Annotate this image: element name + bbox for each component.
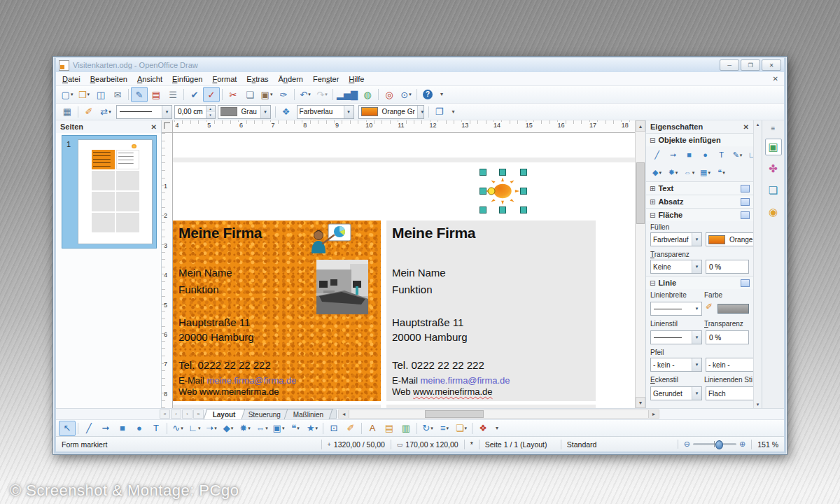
line-color-select[interactable]: Grau ▾ bbox=[218, 105, 271, 119]
stepper-arrows[interactable]: ▴▾ bbox=[206, 106, 215, 118]
insert-ellipse-icon[interactable]: ● bbox=[698, 148, 713, 162]
arrow-start-select[interactable]: - kein - ▾ bbox=[650, 358, 702, 372]
scroll-down-icon[interactable]: ▾ bbox=[754, 400, 762, 408]
business-card-gray[interactable]: Meine Firma Mein Name Funktion Hauptstra… bbox=[386, 220, 596, 401]
insert-flowchart-icon[interactable]: ▦▾ bbox=[698, 166, 713, 179]
lines-arrows-icon[interactable]: ➝▾ bbox=[203, 421, 220, 436]
styles-deck-icon[interactable]: ❏ bbox=[765, 182, 782, 199]
zoom-out-icon[interactable]: ⊖ bbox=[684, 440, 690, 449]
titlebar[interactable]: Visitenkarten.odg - OpenOffice Draw ─❐✕ bbox=[56, 58, 784, 72]
line-style-select[interactable]: ▾ bbox=[116, 105, 172, 119]
area-fill-gradient-select[interactable]: Orange G bbox=[706, 232, 760, 246]
horizontal-scrollbar-thumb[interactable] bbox=[425, 410, 484, 418]
shadow-icon[interactable]: ❐ bbox=[431, 104, 448, 120]
selection-handle[interactable] bbox=[499, 169, 506, 176]
scroll-down-icon[interactable]: ▾ bbox=[636, 397, 645, 408]
corner-style-select[interactable]: Gerundet ▾ bbox=[650, 386, 702, 400]
gluepoints-icon[interactable]: ✐ bbox=[342, 421, 359, 436]
horizontal-scrollbar[interactable]: ◂ ▸ bbox=[338, 410, 659, 419]
arrow-style-icon[interactable]: ⇄▾ bbox=[97, 104, 114, 120]
navigator-deck-icon[interactable]: ◉ bbox=[765, 204, 782, 220]
section-insert-objects[interactable]: ⊟ Objekte einfügen bbox=[646, 133, 753, 146]
restore-button[interactable]: ❐ bbox=[741, 59, 760, 71]
arrow-end-select[interactable]: - kein - bbox=[706, 358, 760, 372]
selection-handle[interactable] bbox=[479, 188, 486, 195]
navigator-icon[interactable]: ◎ bbox=[381, 87, 398, 102]
next-page-icon[interactable]: › bbox=[182, 410, 192, 419]
section-area[interactable]: ⊟ Fläche bbox=[646, 208, 753, 221]
selection-handle[interactable] bbox=[499, 206, 506, 214]
menu-item[interactable]: Fenster bbox=[308, 74, 344, 85]
alignment-icon[interactable]: ≡▾ bbox=[436, 421, 453, 436]
copy-icon[interactable]: ❏ bbox=[241, 87, 258, 102]
menu-item[interactable]: Ansicht bbox=[132, 74, 167, 85]
stars-icon[interactable]: ★▾ bbox=[304, 421, 321, 436]
dialog-launcher-icon[interactable] bbox=[741, 211, 750, 219]
line-dialog-icon[interactable]: ✐ bbox=[80, 104, 97, 120]
vertical-scrollbar-thumb[interactable] bbox=[636, 162, 645, 224]
section-text[interactable]: ⊞ Text bbox=[646, 181, 753, 195]
toolbar-overflow-icon[interactable]: ▾ bbox=[448, 104, 459, 120]
menu-item[interactable]: Hilfe bbox=[344, 74, 369, 85]
select-icon[interactable]: ↖ bbox=[59, 421, 76, 436]
paste-icon[interactable]: ▣▾ bbox=[258, 87, 275, 102]
document-close-icon[interactable]: ✕ bbox=[773, 75, 778, 83]
section-paragraph[interactable]: ⊞ Absatz bbox=[646, 195, 753, 208]
menu-item[interactable]: Ändern bbox=[274, 74, 309, 85]
selection-handle[interactable] bbox=[520, 188, 527, 195]
last-page-icon[interactable]: » bbox=[193, 410, 204, 419]
transparency-value-field[interactable]: 0 % bbox=[706, 260, 749, 274]
first-page-icon[interactable]: « bbox=[160, 410, 170, 419]
sidebar-settings-icon[interactable]: ≡ bbox=[766, 122, 780, 134]
undo-icon[interactable]: ↶▾ bbox=[297, 87, 314, 102]
area-dialog-icon[interactable]: ❖ bbox=[278, 104, 295, 120]
page-style[interactable]: Standard bbox=[561, 440, 678, 449]
insert-line-icon[interactable]: ╱ bbox=[650, 148, 664, 162]
email-icon[interactable]: ✉ bbox=[109, 87, 126, 102]
selection-handle[interactable] bbox=[479, 206, 486, 214]
chart-icon[interactable]: ▂▅▇ bbox=[335, 87, 359, 102]
layer-tab[interactable]: Maßlinien bbox=[284, 409, 333, 419]
zoom-slider-thumb[interactable] bbox=[715, 440, 723, 449]
connector-icon[interactable]: ∟▾ bbox=[186, 421, 203, 436]
basic-shapes-icon[interactable]: ◆▾ bbox=[220, 421, 237, 436]
line-style-select[interactable]: ▾ bbox=[650, 330, 702, 344]
help-icon[interactable]: ? bbox=[419, 87, 436, 102]
transparency-type-select[interactable]: Keine ▾ bbox=[650, 260, 702, 274]
ellipse-icon[interactable]: ● bbox=[131, 421, 148, 436]
selection-handle[interactable] bbox=[520, 206, 527, 214]
zoom-icon[interactable]: ⊙▾ bbox=[398, 87, 414, 102]
menu-item[interactable]: Datei bbox=[57, 74, 85, 85]
insert-curve-icon[interactable]: ✎▾ bbox=[730, 148, 745, 162]
edit-mode-icon[interactable]: ✎ bbox=[131, 87, 148, 102]
previous-page-icon[interactable]: ‹ bbox=[171, 410, 181, 419]
cap-style-select[interactable]: Flach bbox=[706, 386, 760, 400]
spellcheck-icon[interactable]: ✔ bbox=[186, 87, 203, 102]
fill-gradient-select[interactable]: Orange Gr ▾ bbox=[358, 105, 424, 119]
zoom-level[interactable]: 151 % bbox=[751, 440, 784, 449]
minimize-button[interactable]: ─ bbox=[720, 59, 739, 71]
insert-basic-shapes-icon[interactable]: ◆▾ bbox=[650, 166, 664, 179]
auto-spellcheck-icon[interactable]: ✓ bbox=[203, 87, 220, 102]
line-transparency-field[interactable]: 0 % bbox=[706, 330, 749, 344]
toolbar-overflow-icon[interactable]: ▾ bbox=[436, 87, 447, 102]
fontwork-icon[interactable]: A bbox=[364, 421, 381, 436]
block-arrows-icon[interactable]: ⇔▾ bbox=[253, 421, 270, 436]
insert-block-arrows-icon[interactable]: ⇔▾ bbox=[682, 166, 696, 179]
properties-deck-icon[interactable]: ▣ bbox=[765, 139, 782, 155]
flowchart-icon[interactable]: ▣▾ bbox=[270, 421, 287, 436]
line-icon[interactable]: ╱ bbox=[80, 421, 97, 436]
scroll-right-icon[interactable]: ▸ bbox=[648, 410, 659, 418]
dialog-launcher-icon[interactable] bbox=[741, 279, 750, 287]
edit-points-icon[interactable]: ⊡ bbox=[326, 421, 342, 436]
text-icon[interactable]: T bbox=[148, 421, 164, 436]
close-icon[interactable]: ✕ bbox=[151, 123, 157, 131]
line-color-pencil-icon[interactable]: ✐ bbox=[706, 302, 713, 316]
arrow-icon[interactable]: ➞ bbox=[97, 421, 114, 436]
menu-item[interactable]: Bearbeiten bbox=[85, 74, 132, 85]
menu-item[interactable]: Extras bbox=[241, 74, 273, 85]
zoom-slider[interactable] bbox=[693, 443, 736, 445]
horizontal-scrollbar-track[interactable] bbox=[349, 410, 648, 418]
vertical-scrollbar[interactable]: ▴ ▾ bbox=[635, 120, 645, 408]
open-folder-icon[interactable]: ❒▾ bbox=[76, 87, 92, 102]
